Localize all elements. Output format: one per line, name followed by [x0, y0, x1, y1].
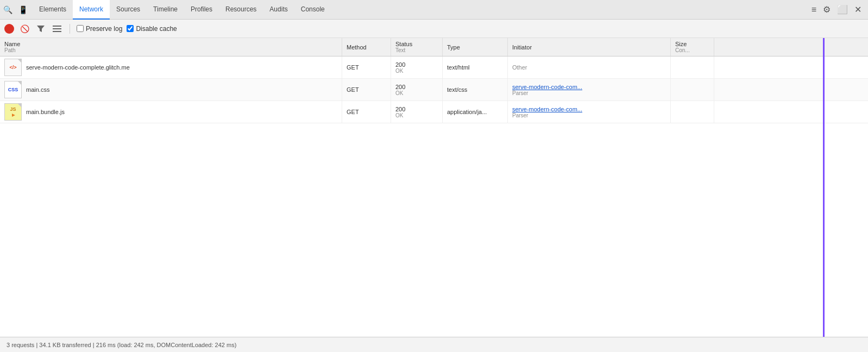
- cell-name-path-2: CSS main.css: [0, 79, 342, 100]
- svg-rect-3: [53, 31, 61, 32]
- preserve-log-label[interactable]: Preserve log: [77, 25, 122, 33]
- tab-profiles[interactable]: Profiles: [184, 0, 219, 20]
- cell-type-1: text/html: [443, 56, 508, 78]
- svg-rect-2: [53, 28, 61, 29]
- toolbar-divider: [70, 24, 70, 34]
- cell-initiator-3: serve-modern-code-com... Parser: [508, 101, 671, 123]
- svg-rect-1: [53, 26, 61, 27]
- network-table: Name Path Method Status Text Type Initia…: [0, 38, 868, 337]
- col-header-status[interactable]: Status Text: [391, 38, 443, 56]
- file-icon-html: </>: [4, 59, 22, 76]
- status-bar: 3 requests | 34.1 KB transferred | 216 m…: [0, 337, 868, 352]
- filter-button[interactable]: [35, 23, 47, 35]
- cell-type-2: text/css: [443, 79, 508, 100]
- col-header-size[interactable]: Size Con...: [671, 38, 714, 56]
- tab-sources[interactable]: Sources: [110, 0, 147, 20]
- table-row[interactable]: CSS main.css GET 200 OK text/css serve-m…: [0, 79, 868, 101]
- table-row[interactable]: </> serve-modern-code-complete.glitch.me…: [0, 56, 868, 79]
- execute-icon[interactable]: ≡: [812, 5, 816, 15]
- cell-name-path-3: JS ▶ main.bundle.js: [0, 101, 342, 123]
- waterfall-line: [823, 38, 825, 337]
- cell-type-3: application/ja...: [443, 101, 508, 123]
- clear-button[interactable]: 🚫: [18, 23, 30, 35]
- tab-timeline[interactable]: Timeline: [147, 0, 184, 20]
- tab-resources[interactable]: Resources: [219, 0, 263, 20]
- cell-method-2: GET: [342, 79, 391, 100]
- dock-icon[interactable]: ⬜: [837, 4, 848, 15]
- col-header-initiator[interactable]: Initiator: [508, 38, 671, 56]
- disable-cache-checkbox[interactable]: [127, 25, 134, 32]
- record-button[interactable]: [4, 24, 14, 34]
- close-icon[interactable]: ✕: [854, 4, 861, 15]
- cell-initiator-2: serve-modern-code-com... Parser: [508, 79, 671, 100]
- view-button[interactable]: [51, 23, 63, 35]
- cell-size-1: [671, 56, 714, 78]
- col-header-method[interactable]: Method: [342, 38, 391, 56]
- table-row[interactable]: JS ▶ main.bundle.js GET 200 OK applicati…: [0, 101, 868, 123]
- cell-name-path-1: </> serve-modern-code-complete.glitch.me: [0, 56, 342, 78]
- col-header-name[interactable]: Name Path: [0, 38, 342, 56]
- devtools-tabbar: 🔍 📱 Elements Network Sources Timeline Pr…: [0, 0, 868, 20]
- disable-cache-label[interactable]: Disable cache: [127, 25, 177, 33]
- network-toolbar: 🚫 Preserve log Disable cache: [0, 20, 868, 38]
- tab-elements[interactable]: Elements: [33, 0, 73, 20]
- mobile-icon[interactable]: 📱: [17, 4, 28, 15]
- settings-icon[interactable]: ⚙: [823, 4, 831, 15]
- svg-marker-0: [37, 26, 45, 32]
- col-header-type[interactable]: Type: [443, 38, 508, 56]
- cell-status-1: 200 OK: [391, 56, 443, 78]
- table-header: Name Path Method Status Text Type Initia…: [0, 38, 868, 56]
- file-icon-css: CSS: [4, 81, 22, 98]
- cell-status-2: 200 OK: [391, 79, 443, 100]
- status-text: 3 requests | 34.1 KB transferred | 216 m…: [7, 342, 236, 348]
- tab-console[interactable]: Console: [294, 0, 331, 20]
- cell-status-3: 200 OK: [391, 101, 443, 123]
- cell-size-2: [671, 79, 714, 100]
- cell-size-3: [671, 101, 714, 123]
- tab-audits[interactable]: Audits: [263, 0, 294, 20]
- tab-network[interactable]: Network: [73, 0, 110, 20]
- table-wrapper: Name Path Method Status Text Type Initia…: [0, 38, 868, 337]
- preserve-log-checkbox[interactable]: [77, 25, 84, 32]
- table-body: </> serve-modern-code-complete.glitch.me…: [0, 56, 868, 337]
- cell-method-1: GET: [342, 56, 391, 78]
- file-icon-js: JS ▶: [4, 103, 22, 121]
- cell-initiator-1: Other: [508, 56, 671, 78]
- cell-method-3: GET: [342, 101, 391, 123]
- search-icon[interactable]: 🔍: [2, 4, 13, 15]
